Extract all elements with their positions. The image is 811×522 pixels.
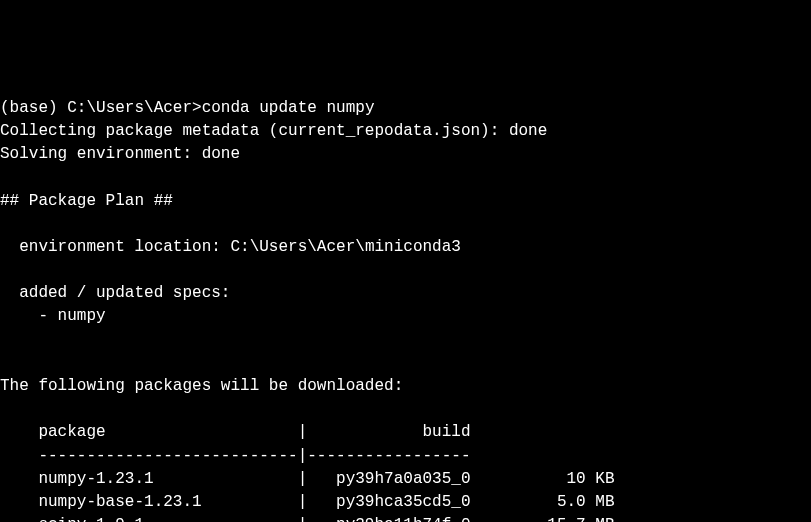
prompt-env: (base)	[0, 99, 58, 117]
prompt-separator: >	[192, 99, 202, 117]
solving-line: Solving environment: done	[0, 145, 240, 163]
package-size: 10 KB	[567, 470, 615, 488]
table-header-package: package	[0, 423, 106, 441]
specs-item: - numpy	[0, 307, 106, 325]
env-location-label: environment location:	[0, 238, 221, 256]
specs-label: added / updated specs:	[0, 284, 230, 302]
package-name: scipy-1.9.1	[0, 516, 144, 522]
package-name: numpy-1.23.1	[0, 470, 154, 488]
prompt-path: C:\Users\Acer	[67, 99, 192, 117]
terminal-output: (base) C:\Users\Acer>conda update numpy …	[0, 97, 811, 522]
download-header: The following packages will be downloade…	[0, 377, 403, 395]
package-size: 5.0 MB	[557, 493, 615, 511]
package-build: py39hca35cd5_0	[336, 493, 470, 511]
env-location-value: C:\Users\Acer\miniconda3	[230, 238, 460, 256]
collecting-line: Collecting package metadata (current_rep…	[0, 122, 547, 140]
package-size: 15.7 MB	[547, 516, 614, 522]
table-header-build: build	[422, 423, 470, 441]
package-build: py39he11b74f_0	[336, 516, 470, 522]
command-input[interactable]: conda update numpy	[202, 99, 375, 117]
package-build: py39h7a0a035_0	[336, 470, 470, 488]
plan-header: ## Package Plan ##	[0, 192, 173, 210]
table-divider: ---------------------------|------------…	[0, 447, 470, 465]
package-name: numpy-base-1.23.1	[0, 493, 202, 511]
